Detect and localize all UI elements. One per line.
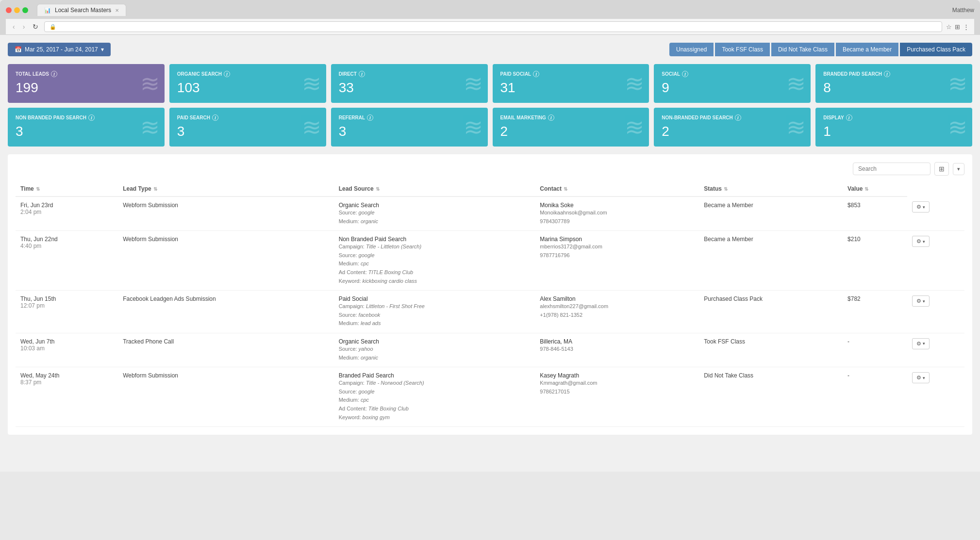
table-header-cell[interactable]: Status⇅	[699, 181, 843, 196]
action-button[interactable]: ⚙ ▾	[912, 201, 930, 213]
stat-card-value: 3	[16, 124, 157, 139]
browser-chrome: 📊 Local Search Masters ✕ Matthew ‹ › ↻ 🔒…	[0, 0, 980, 35]
filter-purchased-class[interactable]: Purchased Class Pack	[900, 43, 972, 56]
cell-action[interactable]: ⚙ ▾	[907, 291, 964, 333]
cell-time: Wed, May 24th8:37 pm	[16, 367, 118, 427]
time-hour: 2:04 pm	[20, 209, 41, 215]
table-row: Thu, Jun 15th12:07 pmFacebook Leadgen Ad…	[16, 291, 964, 333]
info-icon[interactable]: i	[884, 71, 890, 77]
caret-icon: ▾	[923, 205, 925, 210]
menu-icon[interactable]: ⋮	[963, 23, 969, 31]
sort-icon: ⇅	[153, 186, 157, 192]
time-date: Thu, Jun 22nd	[20, 236, 58, 243]
info-icon[interactable]: i	[682, 71, 688, 77]
sort-icon: ⇅	[864, 186, 868, 192]
back-button[interactable]: ‹	[11, 22, 17, 32]
stat-card-title: NON BRANDED PAID SEARCH i	[16, 115, 157, 121]
info-icon[interactable]: i	[212, 115, 218, 121]
filter-did-not-take[interactable]: Did Not Take Class	[771, 43, 834, 56]
user-label: Matthew	[952, 7, 974, 14]
stat-card: BRANDED PAID SEARCH i 8 ≋	[815, 64, 972, 103]
filter-unassigned[interactable]: Unassigned	[669, 43, 714, 56]
stat-card-title: SOCIAL i	[662, 71, 803, 77]
info-icon[interactable]: i	[846, 115, 852, 121]
cell-action[interactable]: ⚙ ▾	[907, 333, 964, 367]
value-amount: -	[847, 338, 849, 345]
action-button[interactable]: ⚙ ▾	[912, 372, 930, 383]
cell-lead-source: Organic SearchSource: googleMedium: orga…	[334, 196, 535, 231]
caret-icon: ▾	[923, 341, 925, 346]
cell-contact: Marina Simpsonmberrios3172@gmail.com9787…	[535, 231, 699, 291]
refresh-button[interactable]: ↻	[31, 22, 40, 32]
info-icon[interactable]: i	[359, 71, 365, 77]
info-icon[interactable]: i	[548, 115, 554, 121]
info-icon[interactable]: i	[224, 71, 230, 77]
browser-tab[interactable]: 📊 Local Search Masters ✕	[37, 4, 126, 16]
action-button[interactable]: ⚙ ▾	[912, 338, 930, 349]
stat-card-bg-wave-icon: ≋	[625, 114, 644, 141]
info-icon[interactable]: i	[735, 115, 741, 121]
stat-card: TOTAL LEADS i 199 ≋	[8, 64, 165, 103]
table-row: Thu, Jun 22nd4:40 pmWebform SubmissionNo…	[16, 231, 964, 291]
table-header-cell[interactable]: Lead Source⇅	[334, 181, 535, 196]
cell-action[interactable]: ⚙ ▾	[907, 367, 964, 427]
caret-icon: ▾	[923, 239, 925, 244]
url-input[interactable]	[59, 23, 937, 30]
maximize-window-button[interactable]	[22, 7, 28, 13]
stat-card-title: EMAIL MARKETING i	[500, 115, 642, 121]
column-label: Contact	[540, 185, 562, 192]
stat-card-bg-wave-icon: ≋	[140, 70, 160, 97]
cell-status: Purchased Class Pack	[699, 291, 843, 333]
table-section: ⊞ ▾ Time⇅Lead Type⇅Lead Source⇅Contact⇅S…	[8, 154, 972, 435]
stat-card-title: ORGANIC SEARCH i	[177, 71, 318, 77]
filter-took-fsf[interactable]: Took FSF Class	[715, 43, 770, 56]
cell-time: Thu, Jun 22nd4:40 pm	[16, 231, 118, 291]
cell-lead-source: Branded Paid SearchCampaign: Title - Nor…	[334, 367, 535, 427]
forward-button[interactable]: ›	[21, 22, 27, 32]
tab-close-button[interactable]: ✕	[115, 8, 119, 13]
cell-action[interactable]: ⚙ ▾	[907, 196, 964, 231]
contact-details: Kmmagrath@gmail.com9786217015	[540, 379, 694, 396]
action-button[interactable]: ⚙ ▾	[912, 295, 930, 307]
filter-dropdown-button[interactable]: ▾	[953, 163, 964, 175]
lead-source-main: Branded Paid Search	[339, 372, 531, 379]
stat-card: SOCIAL i 9 ≋	[654, 64, 811, 103]
info-icon[interactable]: i	[533, 71, 539, 77]
caret-icon: ▾	[923, 376, 925, 380]
table-header-cell[interactable]: Time⇅	[16, 181, 118, 196]
value-amount: $210	[847, 236, 861, 243]
info-icon[interactable]: i	[367, 115, 373, 121]
lead-type-value: Webform Submission	[123, 236, 178, 243]
cell-lead-source: Organic SearchSource: yahooMedium: organ…	[334, 333, 535, 367]
cell-action[interactable]: ⚙ ▾	[907, 231, 964, 291]
cell-value: $853	[843, 196, 907, 231]
column-label: Value	[847, 185, 863, 192]
stat-card: NON BRANDED PAID SEARCH i 3 ≋	[8, 108, 165, 147]
search-input[interactable]	[853, 163, 930, 175]
info-icon[interactable]: i	[51, 71, 57, 77]
filter-became-member[interactable]: Became a Member	[836, 43, 898, 56]
cell-contact: Alex Samiltonalexhsmilton227@gmail.com+1…	[535, 291, 699, 333]
tab-bar: 📊 Local Search Masters ✕	[37, 4, 126, 16]
stat-card-title: NON-BRANDED PAID SEARCH i	[662, 115, 803, 121]
info-icon[interactable]: i	[88, 115, 95, 121]
date-range-button[interactable]: 📅 Mar 25, 2017 - Jun 24, 2017 ▾	[8, 43, 111, 56]
address-bar[interactable]: 🔒	[44, 21, 942, 32]
cell-time: Fri, Jun 23rd2:04 pm	[16, 196, 118, 231]
time-date: Thu, Jun 15th	[20, 295, 56, 302]
table-wrapper: Time⇅Lead Type⇅Lead Source⇅Contact⇅Statu…	[16, 181, 964, 427]
table-header-cell[interactable]: Contact⇅	[535, 181, 699, 196]
table-header-cell[interactable]: Value⇅	[843, 181, 907, 196]
browser-nav-right: ☆ ⊞ ⋮	[946, 23, 969, 31]
extensions-icon[interactable]: ⊞	[955, 23, 960, 31]
cell-lead-type: Webform Submission	[118, 196, 333, 231]
stat-card: DISPLAY i 1 ≋	[815, 108, 972, 147]
table-header-cell[interactable]: Lead Type⇅	[118, 181, 333, 196]
minimize-window-button[interactable]	[14, 7, 20, 13]
action-button[interactable]: ⚙ ▾	[912, 236, 930, 247]
bookmark-icon[interactable]: ☆	[946, 23, 952, 31]
stat-card: PAID SOCIAL i 31 ≋	[493, 64, 649, 103]
close-window-button[interactable]	[6, 7, 12, 13]
table-row: Wed, May 24th8:37 pmWebform SubmissionBr…	[16, 367, 964, 427]
view-columns-button[interactable]: ⊞	[934, 162, 949, 176]
